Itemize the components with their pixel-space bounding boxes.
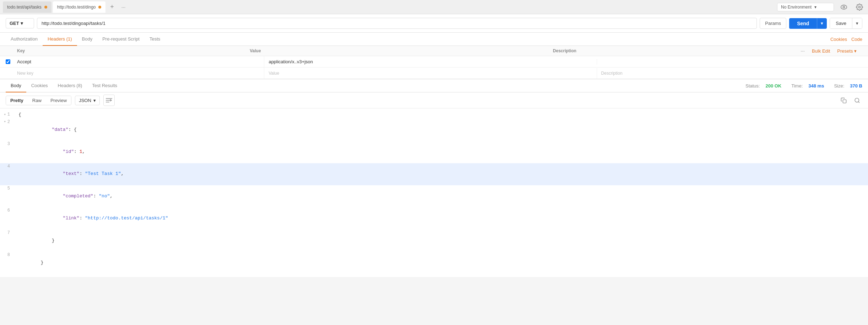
line-content-6: "link": "http://todo.test/api/tasks/1": [14, 207, 868, 229]
json-chevron: ▾: [93, 98, 96, 103]
header-new-value[interactable]: Value: [264, 68, 596, 79]
header-row-1: Accept application/x..v3+json: [0, 56, 868, 68]
code-link[interactable]: Code: [851, 37, 862, 42]
header-row-1-key[interactable]: Accept: [17, 56, 264, 67]
header-row-1-check[interactable]: [6, 59, 17, 64]
send-button[interactable]: Send: [789, 18, 817, 29]
col-headers-row: Key Value Description ··· Bulk Edit Pres…: [0, 46, 868, 56]
line-content-2: "data": {: [14, 119, 868, 141]
line-content-3: "id": 1,: [14, 141, 868, 163]
line-content-7: }: [14, 230, 868, 252]
header-value-accept: application/x..v3+json: [268, 59, 313, 64]
header-row-1-value[interactable]: application/x..v3+json: [264, 56, 596, 67]
code-line-6: ▾ 6 "link": "http://todo.test/api/tasks/…: [0, 207, 868, 229]
tab-authorization[interactable]: Authorization: [6, 33, 43, 46]
env-label: No Environment: [781, 5, 812, 10]
line-content-1: {: [14, 111, 868, 119]
header-new-row: New key Value Description: [0, 68, 868, 79]
header-row-1-desc[interactable]: [597, 59, 848, 65]
new-desc-placeholder: Description: [601, 71, 623, 76]
res-tab-headers[interactable]: Headers (8): [53, 79, 87, 92]
wrap-button[interactable]: [103, 95, 115, 106]
time-value: 348 ms: [808, 83, 824, 89]
svg-point-1: [843, 6, 845, 8]
env-selector[interactable]: No Environment ▾: [777, 3, 834, 11]
response-tabs: Body Cookies Headers (8) Test Results St…: [0, 79, 868, 92]
status-label: Status:: [745, 83, 760, 89]
line-1-arrow: ▾: [4, 112, 6, 118]
preview-button[interactable]: Preview: [46, 96, 71, 105]
size-value: 370 B: [850, 83, 862, 89]
desc-col-header: Description: [549, 48, 777, 53]
json-format-selector[interactable]: JSON ▾: [75, 96, 100, 105]
send-dropdown-button[interactable]: ▾: [817, 18, 827, 29]
tab-1-label: todo.test/api/tasks: [7, 5, 42, 10]
search-icon-button[interactable]: [852, 95, 862, 106]
actions-col-header: ··· Bulk Edit Presets ▾: [777, 48, 862, 54]
line-num-3: ▾ 3: [0, 141, 14, 148]
tab-2-dot: [98, 6, 101, 9]
line-num-5: ▾ 5: [0, 185, 14, 192]
svg-line-8: [858, 101, 859, 102]
save-button-group: Save ▾: [830, 18, 862, 29]
response-meta: Status: 200 OK Time: 348 ms Size: 370 B: [745, 83, 862, 89]
line-content-4: "text": "Test Task 1",: [14, 163, 868, 185]
raw-button[interactable]: Raw: [28, 96, 46, 105]
request-tabs: Authorization Headers (1) Body Pre-reque…: [0, 33, 868, 46]
method-selector[interactable]: GET ▾: [6, 18, 34, 28]
tab-prerequest[interactable]: Pre-request Script: [97, 33, 145, 46]
status-value: 200 OK: [765, 83, 781, 89]
headers-section: Key Value Description ··· Bulk Edit Pres…: [0, 46, 868, 79]
new-key-placeholder: New key: [17, 71, 33, 76]
value-col-header: Value: [245, 48, 549, 53]
line-content-5: "completed": "no",: [14, 185, 868, 207]
url-input[interactable]: [37, 18, 757, 29]
code-line-7: ▾ 7 }: [0, 230, 868, 252]
header-row-1-checkbox[interactable]: [6, 59, 10, 64]
more-icon[interactable]: ···: [801, 48, 805, 54]
bulk-edit-button[interactable]: Bulk Edit: [812, 48, 830, 54]
new-value-placeholder: Value: [268, 71, 279, 76]
send-button-group: Send ▾: [789, 18, 827, 29]
tab-1[interactable]: todo.test/api/tasks: [3, 1, 51, 13]
save-button[interactable]: Save: [830, 18, 852, 28]
tab-body[interactable]: Body: [77, 33, 98, 46]
presets-button[interactable]: Presets ▾: [837, 48, 857, 54]
res-tab-body[interactable]: Body: [6, 79, 26, 92]
tab-more-button[interactable]: ···: [118, 2, 128, 12]
copy-icon-button[interactable]: [838, 95, 849, 106]
size-label: Size:: [834, 83, 844, 89]
time-label: Time:: [791, 83, 803, 89]
response-section: Body Cookies Headers (8) Test Results St…: [0, 79, 868, 277]
tab-headers[interactable]: Headers (1): [43, 33, 77, 46]
tab-1-dot: [44, 6, 47, 9]
res-tab-test-results[interactable]: Test Results: [87, 79, 122, 92]
line-num-4: ▾ 4: [0, 163, 14, 170]
header-new-desc[interactable]: Description: [597, 68, 848, 79]
line-num-6: ▾ 6: [0, 207, 14, 214]
code-line-2: ▾ 2 "data": {: [0, 119, 868, 141]
response-toolbar: Pretty Raw Preview JSON ▾: [0, 92, 868, 108]
res-tab-cookies[interactable]: Cookies: [26, 79, 53, 92]
tab-add-button[interactable]: +: [107, 2, 117, 12]
settings-icon-button[interactable]: [854, 1, 865, 13]
code-line-4: ▾ 4 "text": "Test Task 1",: [0, 163, 868, 185]
request-bar: GET ▾ Params Send ▾ Save ▾: [0, 14, 868, 33]
tab-2[interactable]: http://todo.test/dingo: [53, 1, 106, 13]
code-line-5: ▾ 5 "completed": "no",: [0, 185, 868, 207]
header-new-key[interactable]: New key: [17, 68, 264, 79]
code-line-1: ▾ 1 {: [0, 111, 868, 119]
key-col-header: Key: [17, 48, 245, 53]
save-dropdown-button[interactable]: ▾: [852, 18, 862, 28]
method-label: GET: [10, 21, 19, 26]
svg-point-0: [841, 5, 847, 9]
cookies-link[interactable]: Cookies: [830, 37, 847, 42]
pretty-button[interactable]: Pretty: [6, 96, 28, 105]
code-area: ▾ 1 { ▾ 2 "data": { ▾ 3 "id": 1,: [0, 108, 868, 277]
json-label: JSON: [79, 98, 91, 103]
params-button[interactable]: Params: [760, 18, 786, 29]
eye-icon-button[interactable]: [838, 1, 850, 13]
tab-tests[interactable]: Tests: [145, 33, 165, 46]
line-num-8: ▾ 8: [0, 252, 14, 259]
header-key-accept: Accept: [17, 59, 31, 64]
